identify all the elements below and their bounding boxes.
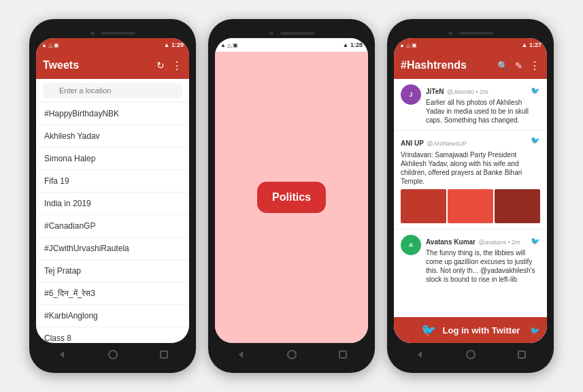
svg-marker-0 <box>60 351 64 358</box>
trend-item-2[interactable]: Simona Halep <box>36 148 189 170</box>
phone-2: ▲ △ ▣ ▲ 1:28 Politics <box>208 19 375 373</box>
app-bar-hashtrends: #Hashtrends 🔍 ✎ ⋮ <box>394 52 547 79</box>
edit-icon-hashtrends[interactable]: ✎ <box>515 61 522 71</box>
search-icon-hashtrends[interactable]: 🔍 <box>497 61 508 71</box>
refresh-icon[interactable]: ↻ <box>156 60 165 71</box>
fab-button[interactable]: 🐦 <box>525 321 544 340</box>
status-icons-3: ▲ △ ▣ <box>399 42 417 48</box>
avatar-jiten: J <box>401 84 421 105</box>
recents-button-3[interactable] <box>516 348 528 361</box>
search-wrap: 🔍 <box>43 83 182 98</box>
ani-handle: @ANINewsUP <box>427 140 467 147</box>
back-button-3[interactable] <box>414 348 426 361</box>
tweet-content-jiten: JiTeN @Jitemito • 2m 🐦 Earlier all his p… <box>426 84 540 125</box>
app-bar-title-hashtrends: #Hashtrends <box>401 59 492 71</box>
politics-screen: Politics <box>215 52 368 343</box>
status-icons-2: ▲ △ ▣ <box>220 42 238 48</box>
home-button-3[interactable] <box>465 348 477 361</box>
phone-3: ▲ △ ▣ ▲ 1:27 #Hashtrends 🔍 ✎ ⋮ J <box>387 19 554 373</box>
tweet-user-jiten: JiTeN <box>426 88 444 95</box>
status-time-2: ▲ 1:28 <box>343 42 363 48</box>
tweet-header-jiten: JiTeN @Jitemito • 2m 🐦 <box>426 84 540 97</box>
login-label: Log in with Twitter <box>443 325 520 336</box>
trend-item-4[interactable]: India in 2019 <box>36 193 189 215</box>
status-time-1: ▲ 1:29 <box>164 42 184 48</box>
recents-button-1[interactable] <box>158 348 170 361</box>
tweet-text-avatans: The funny thing is, the libbies will com… <box>426 248 540 284</box>
twitter-bird-ani: 🐦 <box>531 136 540 148</box>
app-bar-icons-hashtrends: 🔍 ✎ ⋮ <box>497 59 540 72</box>
status-bar-3: ▲ △ ▣ ▲ 1:27 <box>394 38 547 52</box>
trend-item-3[interactable]: Fifa 19 <box>36 170 189 193</box>
speaker-bar-3 <box>459 32 493 35</box>
trend-item-7[interactable]: Tej Pratap <box>36 260 189 282</box>
status-left-icons-1: ▲ △ ▣ <box>41 42 59 48</box>
status-bar-1: ▲ △ ▣ ▲ 1:29 <box>36 38 189 52</box>
camera-dot-2 <box>269 31 273 35</box>
tweet-handle-avatans: @avatans • 2m <box>478 239 520 246</box>
ani-text: Vrindavan: Samajwadi Party President Akh… <box>401 150 540 186</box>
search-bar: 🔍 <box>36 79 189 103</box>
back-button-1[interactable] <box>56 348 68 361</box>
trend-item-10[interactable]: Class 8 <box>36 327 189 343</box>
svg-marker-1 <box>239 351 243 358</box>
ani-image-2 <box>448 189 493 223</box>
back-button-2[interactable] <box>235 348 247 361</box>
tweet-card-avatans: A Avatans Kumar @avatans • 2m 🐦 The funn… <box>394 229 547 289</box>
tweet-user-avatans: Avatans Kumar <box>426 238 476 246</box>
phone-top-bar-2 <box>215 26 368 38</box>
camera-dot-1 <box>90 31 95 35</box>
phone-screen-1: ▲ △ ▣ ▲ 1:29 Tweets ↻ ⋮ 🔍 #HappyBirthday… <box>36 38 189 343</box>
speaker-bar-1 <box>101 32 135 35</box>
tweet-handle-jiten: @Jitemito • 2m <box>447 88 488 95</box>
phone-screen-2: ▲ △ ▣ ▲ 1:28 Politics <box>215 38 368 343</box>
phone-1: ▲ △ ▣ ▲ 1:29 Tweets ↻ ⋮ 🔍 #HappyBirthday… <box>29 19 196 373</box>
ani-header: ANI UP @ANINewsUP 🐦 <box>401 136 540 148</box>
fab-icon: 🐦 <box>530 326 540 336</box>
app-bar-icons-tweets: ↻ ⋮ <box>156 59 182 72</box>
tweet-header-avatans: Avatans Kumar @avatans • 2m 🐦 <box>426 235 540 247</box>
login-bar[interactable]: 🐦 Log in with Twitter <box>394 317 547 343</box>
speaker-bar-2 <box>280 32 314 35</box>
avatar-avatans: A <box>401 235 421 255</box>
trend-item-5[interactable]: #CanadianGP <box>36 215 189 238</box>
phone-bottom-bar-3 <box>394 343 547 366</box>
phone-screen-3: ▲ △ ▣ ▲ 1:27 #Hashtrends 🔍 ✎ ⋮ J <box>394 38 547 343</box>
twitter-bird-avatans: 🐦 <box>531 237 540 246</box>
trend-item-8[interactable]: #6_दिन_में_रेस3 <box>36 282 189 305</box>
ani-images <box>401 189 540 223</box>
trends-list: #HappyBirthdayNBK Akhilesh Yadav Simona … <box>36 103 189 343</box>
recents-button-2[interactable] <box>337 348 349 361</box>
trend-item-0[interactable]: #HappyBirthdayNBK <box>36 103 189 125</box>
home-button-2[interactable] <box>286 348 298 361</box>
phone-top-bar-3 <box>394 26 547 38</box>
ani-image-3 <box>495 189 540 223</box>
more-icon-hashtrends[interactable]: ⋮ <box>529 59 540 72</box>
tweets-feed: J JiTeN @Jitemito • 2m 🐦 Earlier all his… <box>394 79 547 317</box>
camera-dot-3 <box>448 31 452 35</box>
tweet-card-ani: ANI UP @ANINewsUP 🐦 Vrindavan: Samajwadi… <box>394 131 547 229</box>
ani-user: ANI UP <box>401 140 424 147</box>
twitter-bird-login: 🐦 <box>421 323 436 338</box>
trend-item-6[interactable]: #JCwithUrvashiRautela <box>36 238 189 260</box>
twitter-bird-jiten: 🐦 <box>531 86 540 95</box>
tweet-card-jiten: J JiTeN @Jitemito • 2m 🐦 Earlier all his… <box>394 79 547 131</box>
ani-image-1 <box>401 189 446 223</box>
svg-marker-2 <box>418 351 422 358</box>
app-bar-title-tweets: Tweets <box>43 59 151 71</box>
politics-button[interactable]: Politics <box>257 182 326 213</box>
hashtrends-screen: J JiTeN @Jitemito • 2m 🐦 Earlier all his… <box>394 79 547 343</box>
tweet-text-jiten: Earlier all his photos of Akhilesh Yadav… <box>426 98 540 125</box>
phone-bottom-bar-1 <box>36 343 189 366</box>
app-bar-tweets: Tweets ↻ ⋮ <box>36 52 189 79</box>
status-time-3: ▲ 1:27 <box>522 42 542 48</box>
trend-item-9[interactable]: #KarbiAnglong <box>36 305 189 327</box>
home-button-1[interactable] <box>107 348 119 361</box>
tweet-content-avatans: Avatans Kumar @avatans • 2m 🐦 The funny … <box>426 235 540 284</box>
more-icon-tweets[interactable]: ⋮ <box>171 59 182 72</box>
status-bar-2: ▲ △ ▣ ▲ 1:28 <box>215 38 368 52</box>
location-search-input[interactable] <box>43 83 182 98</box>
phone-bottom-bar-2 <box>215 343 368 366</box>
phone-top-bar-1 <box>36 26 189 38</box>
trend-item-1[interactable]: Akhilesh Yadav <box>36 125 189 148</box>
